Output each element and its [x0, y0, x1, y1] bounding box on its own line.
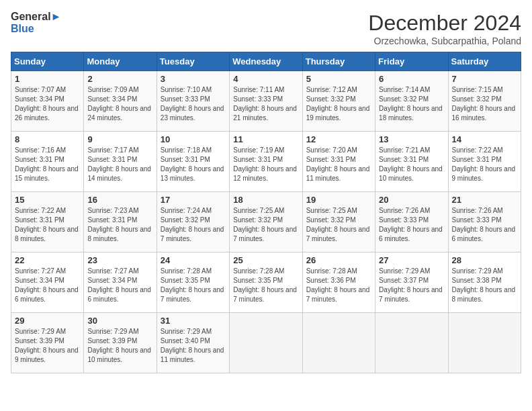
calendar-week-row: 1 Sunrise: 7:07 AMSunset: 3:34 PMDayligh… — [11, 71, 521, 132]
day-number: 31 — [161, 316, 226, 326]
logo-line1: General► — [11, 11, 61, 23]
day-info: Sunrise: 7:14 AMSunset: 3:32 PMDaylight:… — [379, 85, 444, 123]
day-number: 10 — [161, 134, 226, 144]
calendar-week-row: 22 Sunrise: 7:27 AMSunset: 3:34 PMDaylig… — [11, 253, 521, 313]
day-info: Sunrise: 7:22 AMSunset: 3:31 PMDaylight:… — [452, 146, 517, 183]
day-info: Sunrise: 7:18 AMSunset: 3:31 PMDaylight:… — [161, 146, 226, 183]
day-info: Sunrise: 7:21 AMSunset: 3:31 PMDaylight:… — [379, 146, 444, 183]
day-number: 16 — [87, 195, 152, 205]
logo: General► Blue — [11, 11, 61, 34]
calendar-cell — [230, 313, 302, 373]
day-info: Sunrise: 7:29 AMSunset: 3:40 PMDaylight:… — [161, 327, 226, 365]
column-header-sunday: Sunday — [11, 52, 84, 71]
location-subtitle: Orzechowka, Subcarpathia, Poland — [368, 36, 521, 46]
day-number: 5 — [306, 74, 371, 84]
day-info: Sunrise: 7:29 AMSunset: 3:37 PMDaylight:… — [379, 267, 444, 304]
calendar-cell: 7 Sunrise: 7:15 AMSunset: 3:32 PMDayligh… — [448, 71, 521, 132]
calendar-cell: 2 Sunrise: 7:09 AMSunset: 3:34 PMDayligh… — [84, 71, 157, 132]
column-header-wednesday: Wednesday — [230, 52, 302, 71]
day-number: 13 — [379, 134, 444, 144]
day-info: Sunrise: 7:25 AMSunset: 3:32 PMDaylight:… — [306, 206, 371, 244]
day-info: Sunrise: 7:15 AMSunset: 3:32 PMDaylight:… — [452, 85, 517, 123]
calendar-week-row: 15 Sunrise: 7:22 AMSunset: 3:31 PMDaylig… — [11, 192, 521, 253]
day-number: 9 — [87, 134, 152, 144]
logo-line2: Blue — [11, 23, 34, 35]
calendar-cell: 23 Sunrise: 7:27 AMSunset: 3:34 PMDaylig… — [84, 253, 157, 313]
day-info: Sunrise: 7:22 AMSunset: 3:31 PMDaylight:… — [15, 206, 80, 244]
calendar-cell: 13 Sunrise: 7:21 AMSunset: 3:31 PMDaylig… — [375, 132, 448, 192]
calendar-cell: 30 Sunrise: 7:29 AMSunset: 3:39 PMDaylig… — [84, 313, 157, 373]
day-info: Sunrise: 7:25 AMSunset: 3:32 PMDaylight:… — [233, 206, 298, 244]
day-info: Sunrise: 7:10 AMSunset: 3:33 PMDaylight:… — [161, 85, 226, 123]
day-info: Sunrise: 7:26 AMSunset: 3:33 PMDaylight:… — [452, 206, 517, 244]
calendar-cell: 6 Sunrise: 7:14 AMSunset: 3:32 PMDayligh… — [375, 71, 448, 132]
column-header-tuesday: Tuesday — [157, 52, 229, 71]
day-number: 26 — [306, 255, 371, 265]
day-number: 24 — [161, 255, 226, 265]
calendar-cell — [448, 313, 521, 373]
day-info: Sunrise: 7:19 AMSunset: 3:31 PMDaylight:… — [233, 146, 298, 183]
calendar-cell: 24 Sunrise: 7:28 AMSunset: 3:35 PMDaylig… — [157, 253, 229, 313]
calendar-cell: 11 Sunrise: 7:19 AMSunset: 3:31 PMDaylig… — [230, 132, 302, 192]
day-number: 1 — [15, 74, 80, 84]
calendar-cell: 5 Sunrise: 7:12 AMSunset: 3:32 PMDayligh… — [302, 71, 375, 132]
day-number: 6 — [379, 74, 444, 84]
calendar-cell: 31 Sunrise: 7:29 AMSunset: 3:40 PMDaylig… — [157, 313, 229, 373]
calendar-cell: 3 Sunrise: 7:10 AMSunset: 3:33 PMDayligh… — [157, 71, 229, 132]
calendar-cell: 25 Sunrise: 7:28 AMSunset: 3:35 PMDaylig… — [230, 253, 302, 313]
calendar-cell: 8 Sunrise: 7:16 AMSunset: 3:31 PMDayligh… — [11, 132, 84, 192]
day-number: 19 — [306, 195, 371, 205]
calendar-cell: 27 Sunrise: 7:29 AMSunset: 3:37 PMDaylig… — [375, 253, 448, 313]
logo-text-container: General► Blue — [11, 11, 61, 34]
calendar-cell: 17 Sunrise: 7:24 AMSunset: 3:32 PMDaylig… — [157, 192, 229, 253]
day-number: 25 — [233, 255, 298, 265]
calendar-header-row: SundayMondayTuesdayWednesdayThursdayFrid… — [11, 52, 521, 71]
calendar-cell: 1 Sunrise: 7:07 AMSunset: 3:34 PMDayligh… — [11, 71, 84, 132]
day-info: Sunrise: 7:20 AMSunset: 3:31 PMDaylight:… — [306, 146, 371, 183]
day-number: 27 — [379, 255, 444, 265]
calendar-cell: 15 Sunrise: 7:22 AMSunset: 3:31 PMDaylig… — [11, 192, 84, 253]
day-number: 17 — [161, 195, 226, 205]
calendar-cell: 28 Sunrise: 7:29 AMSunset: 3:38 PMDaylig… — [448, 253, 521, 313]
day-info: Sunrise: 7:29 AMSunset: 3:39 PMDaylight:… — [15, 327, 80, 365]
calendar-table: SundayMondayTuesdayWednesdayThursdayFrid… — [11, 52, 521, 373]
day-info: Sunrise: 7:27 AMSunset: 3:34 PMDaylight:… — [87, 267, 152, 304]
calendar-cell: 16 Sunrise: 7:23 AMSunset: 3:31 PMDaylig… — [84, 192, 157, 253]
day-info: Sunrise: 7:28 AMSunset: 3:35 PMDaylight:… — [233, 267, 298, 304]
day-info: Sunrise: 7:28 AMSunset: 3:36 PMDaylight:… — [306, 267, 371, 304]
day-info: Sunrise: 7:17 AMSunset: 3:31 PMDaylight:… — [87, 146, 152, 183]
day-number: 11 — [233, 134, 298, 144]
calendar-cell: 20 Sunrise: 7:26 AMSunset: 3:33 PMDaylig… — [375, 192, 448, 253]
day-info: Sunrise: 7:07 AMSunset: 3:34 PMDaylight:… — [15, 85, 80, 123]
day-number: 23 — [87, 255, 152, 265]
day-number: 15 — [15, 195, 80, 205]
day-number: 21 — [452, 195, 517, 205]
day-number: 30 — [87, 316, 152, 326]
day-number: 4 — [233, 74, 298, 84]
day-info: Sunrise: 7:12 AMSunset: 3:32 PMDaylight:… — [306, 85, 371, 123]
day-info: Sunrise: 7:27 AMSunset: 3:34 PMDaylight:… — [15, 267, 80, 304]
calendar-cell: 10 Sunrise: 7:18 AMSunset: 3:31 PMDaylig… — [157, 132, 229, 192]
day-number: 18 — [233, 195, 298, 205]
calendar-cell — [375, 313, 448, 373]
day-info: Sunrise: 7:29 AMSunset: 3:39 PMDaylight:… — [87, 327, 152, 365]
calendar-cell: 14 Sunrise: 7:22 AMSunset: 3:31 PMDaylig… — [448, 132, 521, 192]
day-info: Sunrise: 7:16 AMSunset: 3:31 PMDaylight:… — [15, 146, 80, 183]
column-header-monday: Monday — [84, 52, 157, 71]
day-info: Sunrise: 7:26 AMSunset: 3:33 PMDaylight:… — [379, 206, 444, 244]
calendar-cell: 22 Sunrise: 7:27 AMSunset: 3:34 PMDaylig… — [11, 253, 84, 313]
column-header-friday: Friday — [375, 52, 448, 71]
calendar-cell: 12 Sunrise: 7:20 AMSunset: 3:31 PMDaylig… — [302, 132, 375, 192]
day-number: 28 — [452, 255, 517, 265]
day-number: 29 — [15, 316, 80, 326]
day-number: 20 — [379, 195, 444, 205]
calendar-week-row: 8 Sunrise: 7:16 AMSunset: 3:31 PMDayligh… — [11, 132, 521, 192]
calendar-cell — [302, 313, 375, 373]
day-number: 7 — [452, 74, 517, 84]
day-info: Sunrise: 7:09 AMSunset: 3:34 PMDaylight:… — [87, 85, 152, 123]
day-info: Sunrise: 7:29 AMSunset: 3:38 PMDaylight:… — [452, 267, 517, 304]
calendar-cell: 18 Sunrise: 7:25 AMSunset: 3:32 PMDaylig… — [230, 192, 302, 253]
calendar-cell: 19 Sunrise: 7:25 AMSunset: 3:32 PMDaylig… — [302, 192, 375, 253]
column-header-saturday: Saturday — [448, 52, 521, 71]
day-number: 2 — [87, 74, 152, 84]
